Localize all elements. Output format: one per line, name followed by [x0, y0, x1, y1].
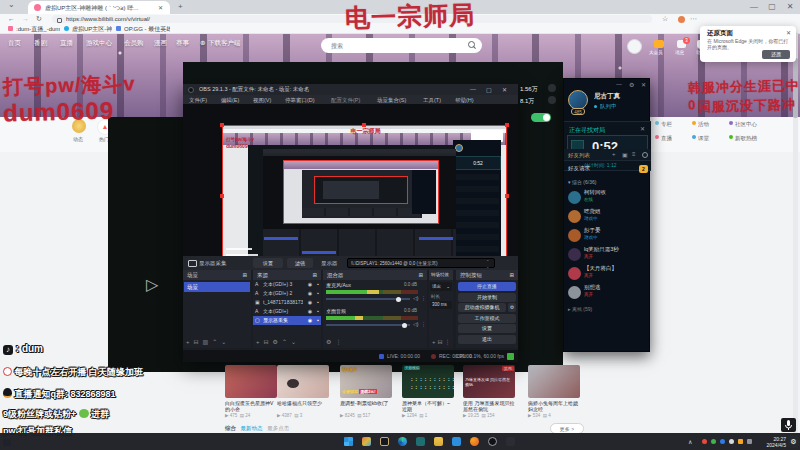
mixer-kebab-icon[interactable]: ⋮ — [421, 321, 426, 327]
taskbar-icon-obs[interactable] — [488, 437, 497, 446]
forward-icon[interactable]: → — [22, 15, 29, 22]
tab-most-clicked[interactable]: 最多点击 — [267, 425, 289, 431]
offline-group-row[interactable]: ▸ 离线 (59) — [568, 306, 592, 312]
taskbar-icon-voice[interactable] — [506, 437, 515, 446]
lock-icon[interactable]: ▪ — [317, 298, 319, 307]
menu-tools[interactable]: 工具(T) — [423, 97, 441, 104]
lol-close-icon[interactable]: ✕ — [641, 81, 646, 88]
tab-latest[interactable]: 最新动态 — [241, 425, 263, 431]
exit-button[interactable]: 退出 — [458, 335, 516, 344]
nav-bangumi[interactable]: 番剧 — [34, 39, 47, 48]
taskbar-icon-store[interactable] — [452, 437, 461, 446]
scene-item[interactable]: 场景 — [184, 282, 250, 292]
nav-home[interactable]: 首页 — [8, 39, 21, 48]
video-card[interactable]: Qaあ8 全硬固定 蛋糕2元! 鹿调整-剩票馆kb收(了 ▶ 8245 ▤ 51… — [340, 365, 392, 418]
obs-close-icon[interactable]: ✕ — [502, 86, 507, 93]
source-row[interactable]: ▣t_1487171838173_0◉▪ — [253, 298, 321, 307]
new-tab-button[interactable]: + — [178, 2, 183, 11]
nav-esports[interactable]: 赛事 — [176, 39, 189, 48]
eye-icon[interactable]: ◉ — [308, 307, 312, 316]
obs-maximize-icon[interactable]: ▢ — [486, 86, 492, 93]
menu-file[interactable]: 文件(F) — [189, 97, 207, 104]
source-row-selected[interactable]: ▢显示器采集◉▪ — [253, 316, 321, 325]
tab-close-icon[interactable]: ✕ — [158, 4, 163, 11]
video-thumbnail[interactable] — [225, 365, 277, 398]
lock-icon[interactable]: ▪ — [317, 316, 319, 325]
tray-icon[interactable] — [711, 439, 716, 444]
summoner-avatar[interactable] — [568, 90, 588, 110]
cat-class[interactable]: 课堂 — [692, 135, 709, 142]
transitions-dock-header[interactable]: 转场特效 — [429, 270, 453, 280]
menu-docks[interactable]: 停靠窗口(D) — [285, 97, 315, 104]
follow-toggle[interactable] — [531, 113, 551, 122]
mixer-dock-header[interactable]: 混合器⊞ — [323, 270, 427, 280]
select-spinner-icon[interactable]: ⌃⌄ — [486, 259, 489, 269]
mic-overlay-button[interactable] — [781, 418, 796, 432]
mute-icon[interactable]: ◁) — [413, 321, 419, 327]
lol-settings-icon[interactable]: ⚙ — [629, 81, 634, 88]
dock-popout-icon[interactable]: ⊞ — [509, 270, 514, 280]
bookmark-item[interactable]: :dum-直播_-dum-... — [16, 25, 60, 34]
tray-icon[interactable] — [702, 439, 707, 444]
bookmark-item[interactable]: 虚拟UP主区-神雕... — [72, 25, 112, 34]
cancel-queue-icon[interactable]: ✕ — [640, 125, 645, 132]
start-virtual-camera-button[interactable]: 启动虚拟摄像机 — [458, 303, 506, 312]
tray-expand-icon[interactable]: ∧ — [688, 438, 692, 445]
vip-icon[interactable] — [654, 40, 664, 48]
video-card[interactable]: 笑死 乃琳直播发现 贝拉居然在偷玩 使用 乃琳直播发现贝拉居然在偷玩 ▶ 19:… — [463, 365, 515, 418]
reload-icon[interactable]: ↻ — [36, 15, 42, 23]
video-card[interactable]: 病娇小兔每周年上给媳妇念经 ▶ 534 ▤ 4 — [528, 365, 580, 418]
search-input[interactable] — [329, 40, 463, 52]
video-card[interactable]: 失败模拟 ::::::::::: ::::::::::: 原神菜单（不可解）~近… — [402, 365, 454, 418]
start-recording-button[interactable]: 开始录制 — [458, 293, 516, 302]
tray-icon[interactable] — [729, 439, 734, 444]
eye-icon[interactable]: ◉ — [308, 298, 312, 307]
eye-icon[interactable]: ◉ — [308, 280, 312, 289]
lock-icon[interactable]: ▪ — [317, 289, 319, 298]
menu-help[interactable]: 帮助(H) — [455, 97, 474, 104]
capture-handle[interactable] — [220, 194, 224, 198]
source-settings-button[interactable]: 设置 — [253, 258, 283, 268]
sources-toolbar[interactable]: +⊟⚙⌃⌄ — [256, 338, 300, 345]
display-select[interactable]: \\.\DISPLAY1: 2560x1440 @ 0,0 (主显示器) ⌃⌄ — [347, 258, 495, 268]
capture-handle[interactable] — [362, 123, 366, 127]
video-thumbnail[interactable] — [528, 365, 580, 398]
capture-handle[interactable] — [505, 194, 509, 198]
volume-slider[interactable] — [326, 298, 410, 300]
scenes-toolbar[interactable]: +⊟▥⌃⌄ — [186, 338, 230, 345]
video-title[interactable]: 原神菜单（不可解）~近期 — [402, 400, 454, 412]
cat-music[interactable]: 新歌热榜 — [729, 135, 757, 142]
cat-activity[interactable]: 活动 — [692, 121, 709, 128]
video-title[interactable]: 使用 乃琳直播发现贝拉居然在偷玩 — [463, 400, 515, 412]
source-row[interactable]: A文本(GDI+) 3◉▪ — [253, 280, 321, 289]
video-title[interactable]: 哈哈爆福点只领空少 — [277, 400, 329, 412]
video-thumbnail[interactable]: Qaあ8 全硬固定 蛋糕2元! — [340, 365, 392, 398]
dock-popout-icon[interactable]: ⊞ — [312, 270, 317, 280]
browser-menu-icon[interactable]: ⋯ — [690, 15, 697, 23]
lock-icon[interactable]: ▪ — [317, 280, 319, 289]
search-box[interactable] — [321, 38, 482, 53]
video-thumbnail[interactable]: 失败模拟 ::::::::::: ::::::::::: — [402, 365, 454, 398]
back-icon[interactable]: ← — [8, 15, 15, 22]
popup-restore-button[interactable]: 还原 — [762, 50, 790, 59]
transitions-toolbar[interactable]: +⊟⋮ — [432, 338, 453, 345]
source-filters-button[interactable]: 滤镜 — [287, 258, 313, 268]
cat-live[interactable]: 直播 — [655, 135, 672, 142]
source-row[interactable]: A文本(GDI+) 2◉▪ — [253, 289, 321, 298]
taskbar-icon-explorer[interactable] — [434, 437, 443, 446]
obs-capture-region[interactable]: 电一宗师局 打号pw/海斗v dum0609 0:52 — [222, 125, 507, 270]
tray-icon[interactable] — [720, 439, 725, 444]
mixer-toolbar[interactable]: ⚙⋮ — [326, 338, 345, 345]
list-icon[interactable]: ≡ — [632, 151, 636, 157]
settings-button[interactable]: 设置 — [458, 324, 516, 333]
obs-minimize-icon[interactable]: — — [470, 86, 476, 92]
eye-icon[interactable]: ◉ — [308, 316, 312, 325]
volume-slider[interactable] — [326, 324, 410, 326]
cat-column[interactable]: 专栏 — [655, 121, 672, 128]
stop-streaming-button[interactable]: 停止直播 — [458, 282, 516, 291]
mute-icon[interactable]: ◁) — [413, 295, 419, 301]
profile-avatar[interactable] — [678, 16, 685, 23]
nav-download-client[interactable]: 下载客户端 — [208, 39, 241, 48]
tab-search-icon[interactable]: ⌄ — [8, 0, 15, 9]
add-friend-icon[interactable]: + — [612, 151, 616, 157]
